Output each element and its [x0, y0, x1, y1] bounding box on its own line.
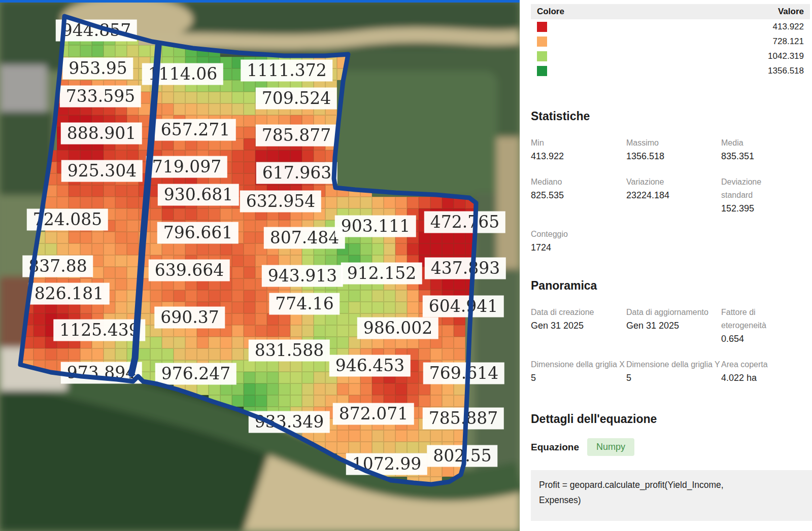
legend-value: 1356.518 — [768, 66, 804, 76]
overview-grid-y: Dimensione della griglia Y 5 — [626, 358, 721, 385]
legend-swatch-green — [537, 66, 547, 76]
map-value-label: 807.484 — [264, 227, 345, 249]
map-top-accent-bar — [0, 0, 520, 3]
map-value-label: 802.55 — [427, 445, 497, 467]
overview-updated: Data di aggiornamento Gen 31 2025 — [626, 306, 721, 346]
stat-stddev: Deviazione standard 152.395 — [721, 175, 789, 216]
stat-count: Conteggio 1724 — [531, 228, 626, 255]
map-value-label: 796.661 — [157, 222, 239, 244]
map-value-label: 976.247 — [155, 363, 236, 385]
equation-label: Equazione — [531, 442, 579, 453]
map-value-label: 1072.99 — [346, 453, 427, 475]
map-value-label: 943.913 — [262, 265, 343, 287]
map-value-label: 925.304 — [61, 160, 143, 182]
map-value-label: 930.681 — [158, 184, 239, 206]
map-value-label: 472.765 — [424, 211, 505, 233]
legend-row: 1042.319 — [531, 49, 810, 63]
overview-heterogeneity: Fattore di eterogeneità 0.654 — [721, 306, 789, 346]
legend-value: 1042.319 — [768, 51, 804, 61]
map-value-label: 632.954 — [240, 191, 321, 213]
legend-color-header: Colore — [537, 7, 564, 17]
map-value-label: 872.071 — [333, 403, 414, 425]
map-value-label: 769.614 — [423, 363, 504, 384]
map-value-label: 912.152 — [341, 263, 422, 285]
legend-header: Colore Valore — [531, 4, 810, 19]
stat-max: Massimo 1356.518 — [626, 136, 721, 163]
legend-row: 728.121 — [531, 34, 810, 49]
map-value-label: 719.097 — [146, 156, 227, 178]
legend-value-header: Valore — [778, 7, 804, 17]
map-value-label: 617.963 — [256, 162, 337, 184]
map-value-label: 657.271 — [155, 119, 236, 141]
map-value-label: 973.894 — [61, 362, 142, 384]
map-value-label: 733.595 — [60, 86, 141, 108]
legend-value: 413.922 — [773, 22, 804, 32]
map-value-label: 785.877 — [256, 125, 337, 147]
statistics-grid: Min 413.922 Massimo 1356.518 Media 835.3… — [531, 136, 812, 255]
legend-row: 1356.518 — [531, 63, 810, 78]
overview-grid: Data di creazione Gen 31 2025 Data di ag… — [531, 306, 812, 385]
legend-row: 413.922 — [531, 19, 810, 34]
stat-mean: Media 835.351 — [721, 136, 789, 163]
legend-swatch-lightgreen — [537, 51, 547, 61]
field-map[interactable]: 944.857953.95733.595888.901925.304724.08… — [0, 0, 520, 531]
map-value-label: 774.16 — [269, 293, 340, 315]
legend-value: 728.121 — [773, 37, 804, 47]
map-value-label: 709.524 — [256, 88, 337, 110]
statistics-title: Statistiche — [531, 110, 812, 123]
map-value-label: 1114.06 — [142, 63, 223, 85]
overview-created: Data di creazione Gen 31 2025 — [531, 306, 626, 346]
legend-table: Colore Valore 413.922 728.121 1042.319 1… — [531, 4, 810, 78]
app-window: 944.857953.95733.595888.901925.304724.08… — [0, 0, 812, 531]
overview-area: Area coperta 4.022 ha — [721, 358, 789, 385]
stat-min: Min 413.922 — [531, 136, 626, 163]
map-value-label: 944.857 — [56, 20, 137, 42]
map-value-label: 888.901 — [61, 123, 142, 145]
map-value-label: 826.181 — [28, 283, 110, 305]
map-value-label: 831.588 — [249, 340, 330, 362]
map-value-label: 946.453 — [329, 355, 411, 377]
map-value-label: 837.88 — [22, 256, 93, 277]
map-value-label: 724.085 — [27, 209, 108, 231]
stat-variance: Variazione 23224.184 — [626, 175, 721, 216]
stat-median: Mediano 825.535 — [531, 175, 626, 216]
map-value-label: 1125.439 — [53, 320, 145, 341]
legend-swatch-orange — [537, 37, 547, 47]
equation-code: Profit = geopard.calculate_profit(Yield_… — [531, 470, 812, 521]
equation-title: Dettagli dell'equazione — [531, 412, 812, 426]
overview-title: Panoramica — [531, 279, 812, 293]
map-value-label: 639.664 — [149, 260, 230, 281]
map-value-label: 986.002 — [357, 317, 438, 339]
map-value-label: 903.111 — [335, 216, 416, 237]
map-value-label: 1111.372 — [241, 60, 332, 82]
map-value-label: 785.887 — [423, 408, 504, 430]
map-value-label: 690.37 — [154, 307, 225, 329]
equation-row: Equazione Numpy — [531, 438, 812, 456]
equation-engine-badge[interactable]: Numpy — [587, 438, 634, 456]
map-value-label: 437.893 — [425, 258, 506, 279]
map-value-label: 953.95 — [62, 58, 133, 80]
map-value-label: 604.941 — [423, 296, 504, 317]
legend-swatch-red — [537, 22, 547, 32]
details-panel: Colore Valore 413.922 728.121 1042.319 1… — [520, 0, 812, 531]
value-labels-layer: 944.857953.95733.595888.901925.304724.08… — [0, 0, 520, 531]
overview-grid-x: Dimensione della griglia X 5 — [531, 358, 626, 385]
map-value-label: 933.349 — [249, 411, 330, 433]
